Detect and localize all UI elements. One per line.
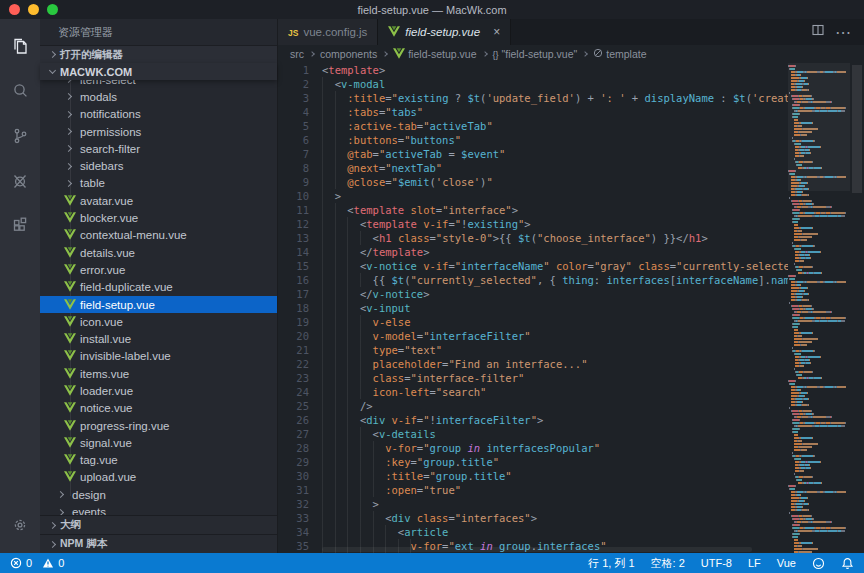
- code-line[interactable]: v-model="interfaceFilter": [322, 329, 788, 343]
- code-line[interactable]: type="text": [322, 343, 788, 357]
- code-line[interactable]: <v-notice v-if="interfaceName" color="gr…: [322, 259, 788, 273]
- code-line[interactable]: :tabs="tabs": [322, 105, 788, 119]
- breadcrumb-item-5[interactable]: template: [593, 48, 646, 60]
- scrollbar-slider[interactable]: [852, 65, 862, 193]
- source-control-icon[interactable]: [0, 113, 40, 158]
- code-line[interactable]: <v-input: [322, 301, 788, 315]
- language-mode[interactable]: Vue: [777, 557, 796, 569]
- maximize-window-button[interactable]: [47, 4, 58, 15]
- outline-section[interactable]: 大纲: [40, 515, 277, 534]
- tree-item-events[interactable]: events: [40, 503, 277, 515]
- code-line[interactable]: :title="group.title": [322, 469, 788, 483]
- more-actions-icon[interactable]: ⋯: [835, 23, 852, 42]
- tree-item-search-filter[interactable]: search-filter: [40, 140, 277, 157]
- minimap[interactable]: [788, 63, 850, 553]
- encoding-indicator[interactable]: UTF-8: [701, 557, 732, 569]
- tree-item-sidebars[interactable]: sidebars: [40, 157, 277, 174]
- tree-item-table[interactable]: table: [40, 175, 277, 192]
- tree-item-contextual-menu.vue[interactable]: contextual-menu.vue: [40, 227, 277, 244]
- code-line[interactable]: <template slot="interface">: [322, 203, 788, 217]
- code-line[interactable]: <template v-if="!existing">: [322, 217, 788, 231]
- code-editor[interactable]: 1234567891011121314151617181920212223242…: [278, 63, 864, 553]
- code-line[interactable]: icon-left="search": [322, 385, 788, 399]
- npm-scripts-section[interactable]: NPM 脚本: [40, 534, 277, 553]
- code-line[interactable]: >: [322, 189, 788, 203]
- breadcrumb-item-1[interactable]: src: [290, 48, 304, 60]
- tree-item-notifications[interactable]: notifications: [40, 106, 277, 123]
- minimize-window-button[interactable]: [28, 4, 39, 15]
- tree-item-install.vue[interactable]: install.vue: [40, 330, 277, 347]
- breadcrumb-item-2[interactable]: components: [320, 48, 377, 60]
- explorer-icon[interactable]: [0, 23, 40, 68]
- close-icon[interactable]: ×: [493, 25, 500, 39]
- indentation-indicator[interactable]: 空格: 2: [651, 556, 685, 571]
- workspace-root-header[interactable]: MACWK.COM: [40, 63, 277, 80]
- tree-item-item-select[interactable]: item-select: [40, 80, 277, 88]
- code-line[interactable]: @close="$emit('close')": [322, 175, 788, 189]
- tree-item-error.vue[interactable]: error.vue: [40, 261, 277, 278]
- notifications-bell-icon[interactable]: [841, 557, 854, 570]
- code-line[interactable]: </template>: [322, 245, 788, 259]
- tree-item-progress-ring.vue[interactable]: progress-ring.vue: [40, 417, 277, 434]
- code-line[interactable]: >: [322, 497, 788, 511]
- code-line[interactable]: />: [322, 399, 788, 413]
- extensions-icon[interactable]: [0, 203, 40, 248]
- tab-field-setup.vue[interactable]: field-setup.vue×: [378, 19, 511, 45]
- breadcrumb-item-4[interactable]: {}"field-setup.vue": [493, 48, 578, 60]
- code-content[interactable]: <template><v-modal:title="existing ? $t(…: [322, 63, 788, 553]
- search-icon[interactable]: [0, 68, 40, 113]
- tree-item-modals[interactable]: modals: [40, 88, 277, 105]
- settings-gear-icon[interactable]: [0, 502, 40, 547]
- tree-item-invisible-label.vue[interactable]: invisible-label.vue: [40, 348, 277, 365]
- code-line[interactable]: :active-tab="activeTab": [322, 119, 788, 133]
- cursor-position[interactable]: 行 1, 列 1: [588, 556, 634, 571]
- code-line[interactable]: <div v-if="!interfaceFilter">: [322, 413, 788, 427]
- problems-errors[interactable]: 0: [10, 557, 32, 569]
- tree-item-icon.vue[interactable]: icon.vue: [40, 313, 277, 330]
- breadcrumb-item-3[interactable]: field-setup.vue: [393, 48, 476, 61]
- code-line[interactable]: <h1 class="style-0">{{ $t("choose_interf…: [322, 231, 788, 245]
- minimap-slider[interactable]: [788, 63, 850, 191]
- code-line[interactable]: <v-modal: [322, 77, 788, 91]
- code-line[interactable]: <template>: [322, 63, 788, 77]
- split-editor-icon[interactable]: [811, 23, 825, 41]
- vertical-scrollbar[interactable]: [850, 63, 864, 553]
- horizontal-scrollbar[interactable]: [322, 547, 752, 552]
- tree-item-loader.vue[interactable]: loader.vue: [40, 382, 277, 399]
- code-line[interactable]: :buttons="buttons": [322, 133, 788, 147]
- tree-item-field-duplicate.vue[interactable]: field-duplicate.vue: [40, 279, 277, 296]
- tree-item-blocker.vue[interactable]: blocker.vue: [40, 209, 277, 226]
- code-line[interactable]: :title="existing ? $t('update_field') + …: [322, 91, 788, 105]
- tree-item-tag.vue[interactable]: tag.vue: [40, 452, 277, 469]
- code-line[interactable]: </v-notice>: [322, 287, 788, 301]
- workspace-root-label: MACWK.COM: [60, 66, 132, 78]
- code-line[interactable]: v-else: [322, 315, 788, 329]
- problems-warnings[interactable]: 0: [42, 557, 64, 569]
- close-window-button[interactable]: [9, 4, 20, 15]
- code-line[interactable]: :key="group.title": [322, 455, 788, 469]
- code-line[interactable]: {{ $t("currently_selected", { thing: int…: [322, 273, 788, 287]
- code-line[interactable]: @tab="activeTab = $event": [322, 147, 788, 161]
- eol-indicator[interactable]: LF: [748, 557, 761, 569]
- debug-icon[interactable]: [0, 158, 40, 203]
- code-line[interactable]: v-for="group in interfacesPopular": [322, 441, 788, 455]
- tree-item-upload.vue[interactable]: upload.vue: [40, 469, 277, 486]
- code-line[interactable]: class="interface-filter": [322, 371, 788, 385]
- code-line[interactable]: @next="nextTab": [322, 161, 788, 175]
- tree-item-notice.vue[interactable]: notice.vue: [40, 400, 277, 417]
- open-editors-section[interactable]: 打开的编辑器: [40, 45, 277, 63]
- code-line[interactable]: <article: [322, 525, 788, 539]
- tree-item-details.vue[interactable]: details.vue: [40, 244, 277, 261]
- code-line[interactable]: <div class="interfaces">: [322, 511, 788, 525]
- tree-item-field-setup.vue[interactable]: field-setup.vue: [40, 296, 277, 313]
- tree-item-items.vue[interactable]: items.vue: [40, 365, 277, 382]
- code-line[interactable]: :open="true": [322, 483, 788, 497]
- tree-item-signal.vue[interactable]: signal.vue: [40, 434, 277, 451]
- code-line[interactable]: placeholder="Find an interface...": [322, 357, 788, 371]
- tab-vue.config.js[interactable]: JSvue.config.js: [278, 19, 378, 45]
- tree-item-permissions[interactable]: permissions: [40, 123, 277, 140]
- code-line[interactable]: <v-details: [322, 427, 788, 441]
- feedback-smiley-icon[interactable]: [812, 557, 825, 570]
- tree-item-design[interactable]: design: [40, 486, 277, 503]
- tree-item-avatar.vue[interactable]: avatar.vue: [40, 192, 277, 209]
